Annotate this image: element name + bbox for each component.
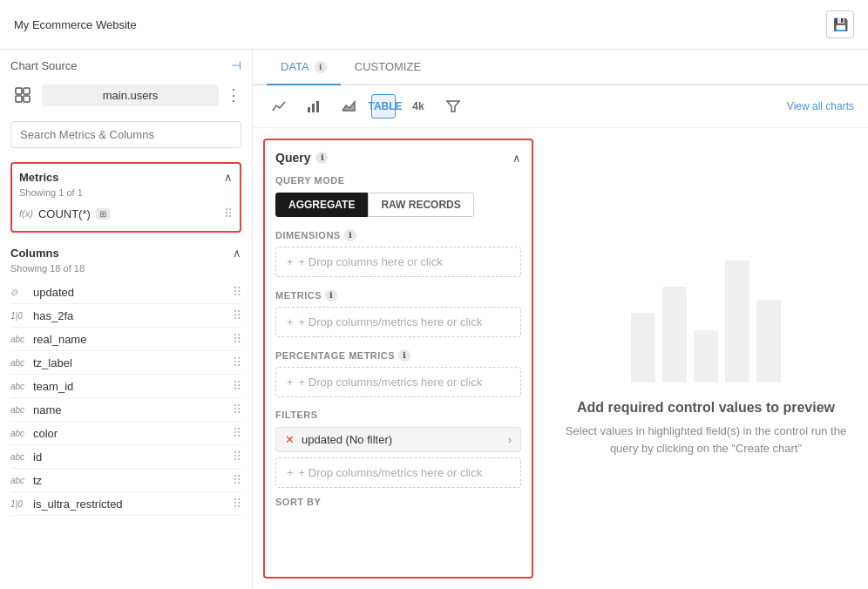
- col-name: id: [33, 450, 42, 464]
- col-type-icon: abc: [10, 429, 28, 438]
- aggregate-mode-button[interactable]: AGGREGATE: [275, 193, 368, 217]
- percentage-label: PERCENTAGE METRICS: [275, 350, 395, 361]
- line-chart-icon[interactable]: [267, 94, 291, 118]
- svg-rect-4: [308, 107, 310, 112]
- list-item: abc name ⠿: [10, 398, 241, 422]
- col-name: tz: [33, 474, 42, 487]
- collapse-sidebar-icon[interactable]: ⊣: [231, 58, 241, 72]
- table-chart-button[interactable]: TABLE: [371, 94, 396, 118]
- preview-bar: [694, 330, 718, 383]
- col-name: team_id: [33, 380, 73, 393]
- columns-list: ⊙ updated ⠿ 1|0 has_2fa ⠿ abc real_name …: [10, 281, 241, 516]
- chart-type-row: TABLE 4k View all charts: [253, 85, 868, 128]
- preview-area: Add required control values to preview S…: [544, 128, 868, 589]
- sort-label: SORT BY: [275, 497, 521, 507]
- tab-customize[interactable]: CUSTOMIZE: [341, 50, 435, 85]
- filter-name: updated (No filter): [302, 433, 392, 446]
- tab-data[interactable]: DATA ℹ: [267, 50, 341, 85]
- dimensions-drop-zone[interactable]: + + Drop columns here or click: [275, 247, 521, 277]
- col-name: tz_label: [33, 356, 72, 369]
- preview-chart-placeholder: [631, 261, 781, 383]
- metrics-subtext: Showing 1 of 1: [19, 187, 233, 198]
- percentage-plus-icon: +: [287, 376, 294, 389]
- filter-remove-icon[interactable]: ✕: [285, 433, 295, 446]
- metrics-drop-section: METRICS ℹ + + Drop columns/metrics here …: [275, 289, 521, 337]
- col-drag-icon[interactable]: ⠿: [233, 285, 241, 299]
- metrics-collapse-icon[interactable]: ∧: [224, 171, 233, 184]
- metrics-info-icon: ℹ: [325, 289, 337, 301]
- percentage-placeholder: + Drop columns/metrics here or click: [299, 376, 483, 389]
- metrics-drop-zone[interactable]: + + Drop columns/metrics here or click: [275, 307, 521, 337]
- view-all-charts-link[interactable]: View all charts: [787, 100, 854, 112]
- funnel-chart-icon[interactable]: [441, 94, 465, 118]
- col-type-icon: abc: [10, 335, 28, 344]
- grid-icon: [10, 83, 35, 107]
- chart-source-label: Chart Source: [10, 59, 78, 72]
- col-name: updated: [33, 286, 74, 299]
- bar-chart-icon[interactable]: [302, 94, 326, 118]
- svg-rect-1: [24, 88, 30, 94]
- metrics-section: Metrics ∧ Showing 1 of 1 f(x) COUNT(*) ⊞…: [10, 162, 241, 233]
- preview-description: Select values in highlighted field(s) in…: [561, 423, 851, 457]
- list-item: abc real_name ⠿: [10, 328, 241, 351]
- search-input[interactable]: [10, 121, 241, 148]
- dimensions-label: DIMENSIONS: [275, 230, 341, 240]
- list-item: ⊙ updated ⠿: [10, 281, 241, 304]
- metric-badge-icon: ⊞: [96, 208, 110, 220]
- preview-title: Add required control values to preview: [577, 400, 835, 416]
- save-button[interactable]: 💾: [826, 10, 854, 38]
- metric-drag-icon[interactable]: ⠿: [224, 206, 233, 220]
- data-source-badge[interactable]: main.users: [42, 85, 219, 106]
- table-label: TABLE: [368, 100, 402, 112]
- filter-item[interactable]: ✕ updated (No filter) ›: [275, 427, 521, 452]
- data-tab-info-icon: ℹ: [315, 61, 327, 73]
- tabs-row: DATA ℹ CUSTOMIZE: [253, 50, 868, 85]
- area-chart-icon[interactable]: [336, 94, 361, 118]
- col-name: is_ultra_restricted: [33, 498, 123, 511]
- filters-label: FILTERS: [275, 410, 521, 420]
- dimensions-info-icon: ℹ: [344, 229, 356, 241]
- col-drag-icon[interactable]: ⠿: [233, 450, 241, 464]
- col-type-icon: abc: [10, 476, 28, 485]
- list-item: 1|0 is_ultra_restricted ⠿: [10, 492, 241, 516]
- filter-drop-placeholder: + Drop columns/metrics here or click: [299, 466, 483, 479]
- col-drag-icon[interactable]: ⠿: [233, 497, 241, 511]
- list-item: 1|0 has_2fa ⠿: [10, 304, 241, 328]
- col-type-icon: abc: [10, 405, 28, 415]
- svg-rect-0: [16, 88, 22, 94]
- more-options-icon[interactable]: ⋮: [226, 85, 241, 105]
- metrics-label: Metrics: [19, 171, 59, 184]
- col-name: color: [33, 427, 58, 440]
- percentage-info-icon: ℹ: [398, 349, 410, 362]
- col-drag-icon[interactable]: ⠿: [233, 308, 241, 322]
- metrics-plus-icon: +: [287, 315, 294, 328]
- svg-rect-6: [316, 101, 319, 112]
- col-drag-icon[interactable]: ⠿: [233, 379, 241, 393]
- col-name: name: [33, 403, 62, 416]
- filter-drop-zone[interactable]: + + Drop columns/metrics here or click: [275, 457, 521, 488]
- number-chart-icon[interactable]: 4k: [406, 94, 431, 118]
- col-drag-icon[interactable]: ⠿: [233, 355, 241, 369]
- list-item: abc tz ⠿: [10, 469, 241, 492]
- col-drag-icon[interactable]: ⠿: [233, 473, 241, 487]
- columns-collapse-icon[interactable]: ∧: [233, 247, 241, 260]
- col-drag-icon[interactable]: ⠿: [233, 426, 241, 440]
- list-item: abc tz_label ⠿: [10, 351, 241, 375]
- filter-plus-icon: +: [287, 466, 294, 479]
- preview-bar: [756, 300, 781, 383]
- query-collapse-icon[interactable]: ∧: [512, 152, 521, 165]
- dimensions-plus-icon: +: [287, 255, 294, 268]
- percentage-drop-zone[interactable]: + + Drop columns/metrics here or click: [275, 367, 521, 397]
- dimensions-placeholder: + Drop columns here or click: [299, 255, 443, 268]
- query-info-icon: ℹ: [315, 152, 328, 164]
- metric-row: f(x) COUNT(*) ⊞ ⠿: [19, 203, 233, 224]
- col-drag-icon[interactable]: ⠿: [233, 403, 241, 416]
- list-item: abc team_id ⠿: [10, 375, 241, 398]
- columns-subtext: Showing 18 of 18: [10, 263, 241, 274]
- list-item: abc color ⠿: [10, 422, 241, 445]
- query-panel: Query ℹ ∧ QUERY MODE AGGREGATE RAW RECOR…: [263, 139, 533, 579]
- col-drag-icon[interactable]: ⠿: [233, 332, 241, 346]
- svg-rect-2: [16, 96, 22, 102]
- col-type-icon: 1|0: [10, 311, 28, 321]
- raw-records-mode-button[interactable]: RAW RECORDS: [368, 193, 473, 217]
